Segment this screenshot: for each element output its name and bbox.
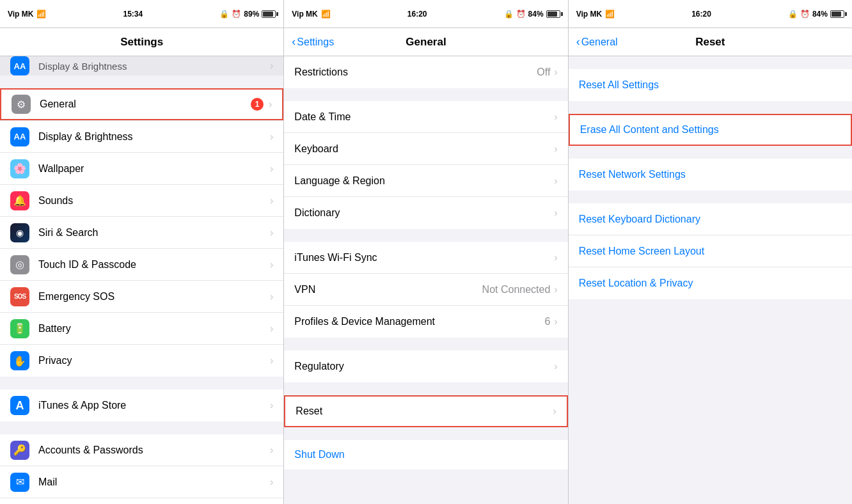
right-sep-2: [569, 146, 852, 159]
status-bar-left: Vip MK 📶 15:34 🔒 ⏰ 89%: [0, 0, 284, 28]
general-row-reset[interactable]: Reset ›: [284, 395, 567, 427]
general-row-restrictions[interactable]: Restrictions Off ›: [284, 56, 567, 88]
chevron-sounds: ›: [270, 195, 273, 207]
nav-title-settings: Settings: [120, 36, 163, 49]
chevron-restrictions: ›: [554, 67, 557, 78]
reset-item-home[interactable]: Reset Home Screen Layout: [569, 235, 852, 267]
right-sep-1: [569, 101, 852, 114]
nav-title-general: General: [406, 36, 446, 49]
settings-row-display[interactable]: AA Display & Brightness ›: [0, 121, 283, 153]
row-label-accounts: Accounts & Passwords: [38, 445, 270, 456]
carrier-right: Vip MK: [576, 10, 602, 19]
reset-item-erase-all[interactable]: Erase All Content and Settings: [569, 114, 852, 146]
separator-1: [0, 377, 283, 390]
general-panel: Restrictions Off › Date & Time › Keyboar…: [284, 56, 568, 504]
reset-item-network[interactable]: Reset Network Settings: [569, 159, 852, 191]
chevron-language: ›: [554, 175, 557, 187]
battery-pct-middle: 84%: [528, 10, 544, 19]
middle-sep-3: [284, 338, 567, 350]
lock-icon-middle: 🔒: [504, 10, 514, 19]
lock-icon-right: 🔒: [788, 10, 798, 19]
value-restrictions: Off: [537, 67, 550, 78]
settings-row-mail[interactable]: ✉ Mail ›: [0, 466, 283, 498]
status-bar-right: Vip MK 📶 16:20 🔒 ⏰ 84%: [569, 0, 852, 28]
general-group-2: Date & Time › Keyboard › Language & Regi…: [284, 101, 567, 229]
reset-item-all-settings[interactable]: Reset All Settings: [569, 69, 852, 101]
settings-row-accounts[interactable]: 🔑 Accounts & Passwords ›: [0, 434, 283, 466]
reset-group-3: Reset Keyboard Dictionary Reset Home Scr…: [569, 203, 852, 299]
reset-group-1: Reset All Settings: [569, 69, 852, 101]
settings-row-wallpaper[interactable]: 🌸 Wallpaper ›: [0, 153, 283, 185]
chevron-display: ›: [270, 131, 273, 143]
wifi-icon-right: 📶: [605, 10, 615, 19]
time-left: 15:34: [123, 10, 143, 19]
middle-sep-5: [284, 427, 567, 440]
wifi-icon-middle: 📶: [321, 10, 331, 19]
row-label-mail: Mail: [38, 476, 270, 488]
settings-row-touchid[interactable]: ◎ Touch ID & Passcode ›: [0, 249, 283, 281]
settings-row-battery[interactable]: 🔋 Battery ›: [0, 313, 283, 345]
time-right: 16:20: [691, 10, 711, 19]
nav-middle: ‹ Settings General: [284, 28, 568, 56]
row-icon-accounts: 🔑: [10, 441, 29, 460]
row-label-wallpaper: Wallpaper: [38, 163, 270, 175]
chevron-general: ›: [269, 98, 272, 110]
reset-group-erase: Erase All Content and Settings: [569, 114, 852, 146]
chevron-accounts: ›: [270, 445, 273, 456]
settings-row-sounds[interactable]: 🔔 Sounds ›: [0, 185, 283, 217]
alarm-icon-middle: ⏰: [516, 10, 526, 19]
general-row-dictionary[interactable]: Dictionary ›: [284, 197, 567, 229]
back-to-general[interactable]: ‹ General: [576, 35, 618, 49]
chevron-dictionary: ›: [554, 207, 557, 219]
reset-item-keyboard[interactable]: Reset Keyboard Dictionary: [569, 203, 852, 235]
status-bar-middle: Vip MK 📶 16:20 🔒 ⏰ 84%: [284, 0, 568, 28]
label-erase-all: Erase All Content and Settings: [580, 124, 719, 136]
label-dictionary: Dictionary: [294, 207, 554, 219]
badge-general: 1: [251, 98, 264, 111]
chevron-appstore: ›: [270, 400, 273, 411]
row-icon-battery: 🔋: [10, 319, 29, 338]
row-icon-siri: ◉: [10, 223, 29, 242]
label-reset-location: Reset Location & Privacy: [579, 278, 693, 289]
settings-row-contacts[interactable]: 👤 Contacts ›: [0, 498, 283, 504]
settings-row-privacy[interactable]: ✋ Privacy ›: [0, 345, 283, 377]
general-row-keyboard[interactable]: Keyboard ›: [284, 133, 567, 165]
label-restrictions: Restrictions: [294, 67, 537, 78]
row-label-sounds: Sounds: [38, 195, 270, 207]
settings-panel: AA Display & Brightness › ⚙ General 1 › …: [0, 56, 284, 504]
label-reset-keyboard: Reset Keyboard Dictionary: [579, 214, 700, 225]
shutdown-button[interactable]: Shut Down: [284, 440, 567, 469]
reset-item-location[interactable]: Reset Location & Privacy: [569, 267, 852, 299]
chevron-mail: ›: [270, 476, 273, 488]
back-chevron-middle: ‹: [292, 35, 296, 49]
right-sep-top: [569, 56, 852, 69]
label-regulatory: Regulatory: [294, 361, 554, 372]
row-label-privacy: Privacy: [38, 355, 270, 366]
settings-row-siri[interactable]: ◉ Siri & Search ›: [0, 217, 283, 249]
separator-2: [0, 421, 283, 434]
general-row-datetime[interactable]: Date & Time ›: [284, 101, 567, 133]
general-row-profiles[interactable]: Profiles & Device Management 6 ›: [284, 306, 567, 338]
settings-row-general[interactable]: ⚙ General 1 ›: [0, 88, 283, 120]
settings-row-sos[interactable]: SOS Emergency SOS ›: [0, 281, 283, 313]
nav-title-reset: Reset: [695, 36, 725, 49]
value-profiles: 6: [544, 316, 550, 327]
general-row-itunes[interactable]: iTunes Wi-Fi Sync ›: [284, 242, 567, 274]
chevron-itunes: ›: [554, 252, 557, 264]
settings-row-appstore[interactable]: A iTunes & App Store ›: [0, 390, 283, 421]
row-icon-touchid: ◎: [10, 255, 29, 274]
nav-left: Settings: [0, 28, 284, 56]
general-row-language[interactable]: Language & Region ›: [284, 165, 567, 197]
row-icon-display: AA: [10, 127, 29, 146]
settings-group-store: A iTunes & App Store ›: [0, 390, 283, 421]
general-group-reset: Reset ›: [284, 395, 567, 427]
row-label-general: General: [40, 98, 251, 110]
row-icon-general: ⚙: [12, 95, 31, 114]
general-group-shutdown: Shut Down: [284, 440, 567, 469]
chevron-top: ›: [270, 60, 273, 72]
row-icon-appstore: A: [10, 396, 29, 415]
general-row-vpn[interactable]: VPN Not Connected ›: [284, 274, 567, 306]
back-to-settings[interactable]: ‹ Settings: [292, 35, 334, 49]
general-row-regulatory[interactable]: Regulatory ›: [284, 350, 567, 382]
shutdown-label: Shut Down: [294, 449, 344, 460]
